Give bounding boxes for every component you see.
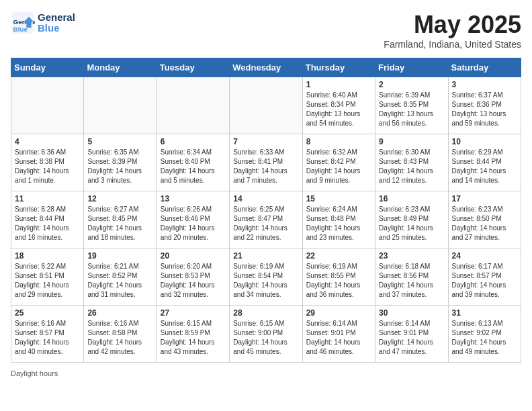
calendar-cell: 17Sunrise: 6:23 AM Sunset: 8:50 PM Dayli… <box>448 191 521 248</box>
weekday-header-sunday: Sunday <box>11 58 84 77</box>
day-number: 26 <box>87 308 152 318</box>
day-info: Sunrise: 6:20 AM Sunset: 8:53 PM Dayligh… <box>161 262 226 300</box>
day-number: 9 <box>379 137 444 146</box>
day-info: Sunrise: 6:19 AM Sunset: 8:54 PM Dayligh… <box>233 262 298 300</box>
weekday-header-saturday: Saturday <box>448 58 521 77</box>
day-number: 19 <box>87 251 152 261</box>
day-info: Sunrise: 6:21 AM Sunset: 8:52 PM Dayligh… <box>87 262 152 300</box>
svg-text:General: General <box>13 18 35 26</box>
calendar-cell: 5Sunrise: 6:35 AM Sunset: 8:39 PM Daylig… <box>84 134 157 191</box>
day-number: 30 <box>379 308 444 318</box>
calendar-cell: 11Sunrise: 6:28 AM Sunset: 8:44 PM Dayli… <box>11 191 84 248</box>
day-info: Sunrise: 6:39 AM Sunset: 8:35 PM Dayligh… <box>379 91 444 128</box>
day-info: Sunrise: 6:14 AM Sunset: 9:01 PM Dayligh… <box>306 319 371 357</box>
calendar-cell <box>84 77 157 134</box>
day-info: Sunrise: 6:24 AM Sunset: 8:48 PM Dayligh… <box>306 205 371 242</box>
day-info: Sunrise: 6:34 AM Sunset: 8:40 PM Dayligh… <box>161 148 226 185</box>
footer: Daylight hours <box>11 369 521 377</box>
location: Farmland, Indiana, United States <box>384 39 521 50</box>
day-number: 25 <box>15 308 80 318</box>
day-info: Sunrise: 6:17 AM Sunset: 8:57 PM Dayligh… <box>452 262 517 300</box>
day-number: 20 <box>161 251 226 261</box>
calendar-cell: 2Sunrise: 6:39 AM Sunset: 8:35 PM Daylig… <box>375 77 448 134</box>
calendar-cell: 12Sunrise: 6:27 AM Sunset: 8:45 PM Dayli… <box>84 191 157 248</box>
week-row-1: 1Sunrise: 6:40 AM Sunset: 8:34 PM Daylig… <box>11 77 521 134</box>
calendar-cell: 23Sunrise: 6:18 AM Sunset: 8:56 PM Dayli… <box>375 248 448 306</box>
weekday-header-wednesday: Wednesday <box>230 58 302 77</box>
calendar-cell: 25Sunrise: 6:16 AM Sunset: 8:57 PM Dayli… <box>11 306 84 363</box>
weekday-header-tuesday: Tuesday <box>157 58 229 77</box>
calendar-cell: 18Sunrise: 6:22 AM Sunset: 8:51 PM Dayli… <box>11 248 84 306</box>
day-info: Sunrise: 6:16 AM Sunset: 8:57 PM Dayligh… <box>15 319 80 357</box>
day-info: Sunrise: 6:32 AM Sunset: 8:42 PM Dayligh… <box>306 148 371 185</box>
day-info: Sunrise: 6:33 AM Sunset: 8:41 PM Dayligh… <box>233 148 298 185</box>
day-number: 21 <box>233 251 298 261</box>
calendar-cell: 28Sunrise: 6:15 AM Sunset: 9:00 PM Dayli… <box>230 306 302 363</box>
calendar-cell <box>11 77 84 134</box>
calendar-cell: 30Sunrise: 6:14 AM Sunset: 9:01 PM Dayli… <box>375 306 448 363</box>
week-row-2: 4Sunrise: 6:36 AM Sunset: 8:38 PM Daylig… <box>11 134 521 191</box>
day-number: 12 <box>87 194 152 203</box>
calendar-cell: 31Sunrise: 6:13 AM Sunset: 9:02 PM Dayli… <box>448 306 521 363</box>
day-info: Sunrise: 6:30 AM Sunset: 8:43 PM Dayligh… <box>379 148 444 185</box>
logo-general: General <box>38 12 75 24</box>
day-info: Sunrise: 6:13 AM Sunset: 9:02 PM Dayligh… <box>452 319 517 357</box>
calendar-table: SundayMondayTuesdayWednesdayThursdayFrid… <box>11 58 521 363</box>
day-number: 10 <box>452 137 517 146</box>
calendar-cell: 20Sunrise: 6:20 AM Sunset: 8:53 PM Dayli… <box>157 248 229 306</box>
day-number: 16 <box>379 194 444 203</box>
calendar-cell: 21Sunrise: 6:19 AM Sunset: 8:54 PM Dayli… <box>230 248 302 306</box>
day-number: 29 <box>306 308 371 318</box>
weekday-header-friday: Friday <box>375 58 448 77</box>
day-number: 31 <box>452 308 517 318</box>
day-info: Sunrise: 6:28 AM Sunset: 8:44 PM Dayligh… <box>15 205 80 242</box>
day-info: Sunrise: 6:22 AM Sunset: 8:51 PM Dayligh… <box>15 262 80 300</box>
day-number: 6 <box>161 137 226 146</box>
day-info: Sunrise: 6:29 AM Sunset: 8:44 PM Dayligh… <box>452 148 517 185</box>
day-number: 18 <box>15 251 80 261</box>
day-number: 22 <box>306 251 371 261</box>
day-info: Sunrise: 6:19 AM Sunset: 8:55 PM Dayligh… <box>306 262 371 300</box>
day-number: 3 <box>452 80 517 89</box>
calendar-cell: 6Sunrise: 6:34 AM Sunset: 8:40 PM Daylig… <box>157 134 229 191</box>
calendar-cell <box>157 77 229 134</box>
day-info: Sunrise: 6:40 AM Sunset: 8:34 PM Dayligh… <box>306 91 371 128</box>
day-number: 5 <box>87 137 152 146</box>
day-number: 15 <box>306 194 371 203</box>
day-number: 1 <box>306 80 371 89</box>
day-number: 8 <box>306 137 371 146</box>
calendar-cell: 24Sunrise: 6:17 AM Sunset: 8:57 PM Dayli… <box>448 248 521 306</box>
day-info: Sunrise: 6:23 AM Sunset: 8:49 PM Dayligh… <box>379 205 444 242</box>
day-info: Sunrise: 6:15 AM Sunset: 9:00 PM Dayligh… <box>233 319 298 357</box>
day-number: 27 <box>161 308 226 318</box>
day-number: 24 <box>452 251 517 261</box>
day-number: 13 <box>161 194 226 203</box>
day-info: Sunrise: 6:27 AM Sunset: 8:45 PM Dayligh… <box>87 205 152 242</box>
week-row-3: 11Sunrise: 6:28 AM Sunset: 8:44 PM Dayli… <box>11 191 521 248</box>
calendar-cell: 29Sunrise: 6:14 AM Sunset: 9:01 PM Dayli… <box>302 306 375 363</box>
day-info: Sunrise: 6:37 AM Sunset: 8:36 PM Dayligh… <box>452 91 517 128</box>
logo-blue: Blue <box>38 23 75 34</box>
calendar-cell: 15Sunrise: 6:24 AM Sunset: 8:48 PM Dayli… <box>302 191 375 248</box>
day-info: Sunrise: 6:35 AM Sunset: 8:39 PM Dayligh… <box>87 148 152 185</box>
svg-text:Blue: Blue <box>13 26 28 33</box>
day-number: 14 <box>233 194 298 203</box>
calendar-cell: 13Sunrise: 6:26 AM Sunset: 8:46 PM Dayli… <box>157 191 229 248</box>
calendar-cell: 27Sunrise: 6:15 AM Sunset: 8:59 PM Dayli… <box>157 306 229 363</box>
logo: General Blue General Blue <box>11 11 75 35</box>
day-number: 23 <box>379 251 444 261</box>
day-number: 2 <box>379 80 444 89</box>
day-info: Sunrise: 6:14 AM Sunset: 9:01 PM Dayligh… <box>379 319 444 357</box>
day-info: Sunrise: 6:26 AM Sunset: 8:46 PM Dayligh… <box>161 205 226 242</box>
week-row-5: 25Sunrise: 6:16 AM Sunset: 8:57 PM Dayli… <box>11 306 521 363</box>
weekday-header-thursday: Thursday <box>302 58 375 77</box>
logo-icon: General Blue <box>11 11 35 35</box>
calendar-cell: 14Sunrise: 6:25 AM Sunset: 8:47 PM Dayli… <box>230 191 302 248</box>
day-number: 4 <box>15 137 80 146</box>
day-info: Sunrise: 6:15 AM Sunset: 8:59 PM Dayligh… <box>161 319 226 357</box>
day-info: Sunrise: 6:23 AM Sunset: 8:50 PM Dayligh… <box>452 205 517 242</box>
calendar-cell: 8Sunrise: 6:32 AM Sunset: 8:42 PM Daylig… <box>302 134 375 191</box>
day-number: 17 <box>452 194 517 203</box>
daylight-label: Daylight hours <box>11 369 58 377</box>
day-info: Sunrise: 6:18 AM Sunset: 8:56 PM Dayligh… <box>379 262 444 300</box>
